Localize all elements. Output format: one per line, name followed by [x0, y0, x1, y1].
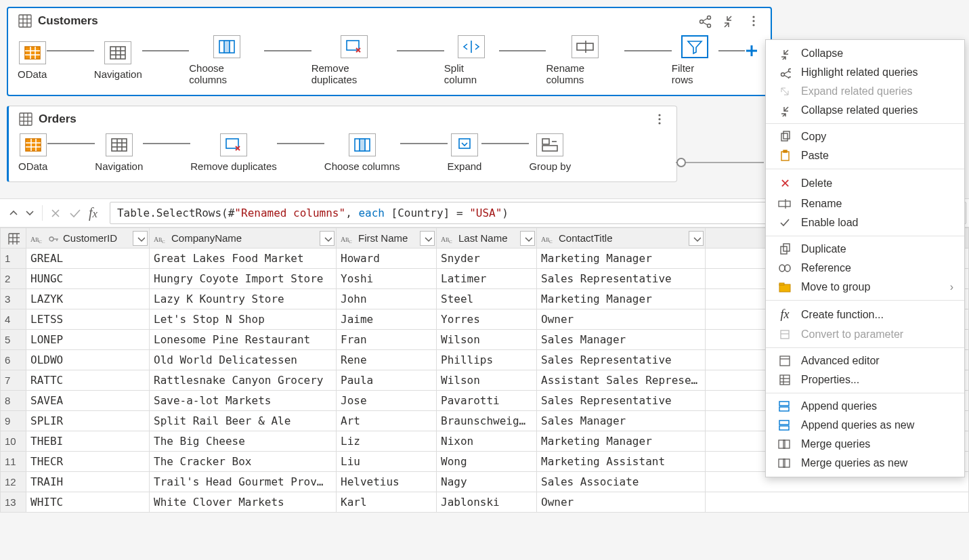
- menu-properties[interactable]: Properties...: [766, 370, 964, 389]
- menu-copy[interactable]: Copy: [766, 127, 964, 146]
- menu-rename[interactable]: Rename: [766, 194, 964, 213]
- svg-rect-60: [781, 133, 788, 141]
- query-title: Customers: [38, 14, 98, 28]
- svg-rect-41: [112, 139, 127, 151]
- menu-append-queries[interactable]: Append queries: [766, 397, 964, 416]
- svg-rect-64: [779, 201, 790, 207]
- svg-rect-80: [779, 402, 789, 406]
- svg-rect-61: [783, 131, 790, 139]
- svg-point-68: [779, 265, 785, 272]
- menu-delete[interactable]: ✕Delete: [766, 173, 964, 194]
- column-filter-button[interactable]: [320, 231, 335, 246]
- svg-rect-72: [781, 330, 789, 339]
- query-title: Orders: [39, 112, 77, 126]
- step-odata[interactable]: OData: [18, 133, 47, 172]
- row-index-header[interactable]: [1, 228, 26, 249]
- svg-rect-76: [780, 375, 790, 385]
- step-remove-duplicates[interactable]: Remove duplicates: [190, 133, 277, 172]
- column-filter-button[interactable]: [133, 231, 148, 246]
- menu-convert-parameter: Convert to parameter: [766, 325, 964, 344]
- svg-rect-87: [783, 459, 790, 467]
- column-filter-button[interactable]: [520, 231, 535, 246]
- query-card-customers[interactable]: Customers ODataNavigationChoose columnsR…: [7, 7, 772, 96]
- query-card-orders[interactable]: Orders ODataNavigationRemove duplicatesC…: [7, 106, 677, 182]
- column-filter-button[interactable]: [689, 231, 704, 246]
- step-odata[interactable]: OData: [18, 41, 47, 80]
- step-navigation[interactable]: Navigation: [95, 133, 143, 172]
- menu-highlight-related[interactable]: Highlight related queries: [766, 63, 964, 82]
- menu-move-to-group[interactable]: Move to group›: [766, 278, 964, 297]
- column-header-contacttitle[interactable]: ContactTitle: [537, 228, 706, 249]
- svg-rect-32: [577, 43, 593, 50]
- svg-point-56: [677, 158, 685, 167]
- menu-collapse-related[interactable]: Collapse related queries: [766, 101, 964, 120]
- cancel-formula-icon[interactable]: [49, 207, 62, 219]
- svg-rect-27: [224, 41, 230, 53]
- menu-enable-load[interactable]: Enable load: [766, 213, 964, 232]
- svg-rect-53: [542, 146, 557, 151]
- context-menu: Collapse Highlight related queries Expan…: [765, 39, 965, 477]
- column-header-companyname[interactable]: CompanyName: [150, 228, 337, 249]
- svg-point-57: [49, 237, 53, 241]
- svg-rect-51: [459, 139, 470, 148]
- svg-rect-52: [542, 139, 549, 144]
- svg-rect-71: [779, 283, 784, 285]
- column-header-last-name[interactable]: Last Name: [437, 228, 537, 249]
- menu-reference[interactable]: Reference: [766, 259, 964, 278]
- svg-rect-74: [780, 356, 790, 366]
- table-row[interactable]: 13WHITCWhite Clover MarketsKarlJablonski…: [1, 492, 969, 513]
- step-group-by[interactable]: Group by: [529, 133, 571, 172]
- column-header-customerid[interactable]: CustomerID: [26, 228, 150, 249]
- svg-rect-70: [779, 284, 790, 292]
- collapse-query-icon[interactable]: [722, 14, 737, 28]
- svg-rect-81: [779, 407, 789, 411]
- svg-rect-16: [25, 47, 40, 59]
- step-split-column[interactable]: Split column: [444, 35, 499, 85]
- menu-expand-related: Expand related queries: [766, 82, 964, 101]
- menu-append-queries-new[interactable]: Append queries as new: [766, 416, 964, 435]
- step-rename-columns[interactable]: Rename columns: [546, 35, 624, 85]
- step-choose-columns[interactable]: Choose columns: [189, 35, 264, 85]
- menu-create-function[interactable]: fxCreate function...: [766, 304, 964, 325]
- svg-rect-82: [779, 421, 789, 425]
- step-choose-columns[interactable]: Choose columns: [324, 133, 400, 172]
- menu-advanced-editor[interactable]: Advanced editor: [766, 351, 964, 370]
- menu-merge-queries[interactable]: Merge queries: [766, 435, 964, 454]
- step-back-button[interactable]: [7, 207, 19, 219]
- add-step-button[interactable]: [742, 41, 761, 60]
- more-options-icon[interactable]: [746, 14, 761, 28]
- svg-rect-85: [783, 440, 790, 448]
- menu-duplicate[interactable]: Duplicate: [766, 240, 964, 259]
- menu-merge-queries-new[interactable]: Merge queries as new: [766, 454, 964, 473]
- svg-point-69: [785, 265, 790, 272]
- table-icon: [18, 112, 33, 127]
- svg-rect-86: [779, 459, 785, 467]
- svg-rect-62: [781, 152, 789, 160]
- menu-paste[interactable]: Paste: [766, 146, 964, 165]
- svg-rect-63: [783, 150, 787, 152]
- step-navigation[interactable]: Navigation: [94, 41, 142, 80]
- fx-icon[interactable]: fx: [89, 205, 98, 221]
- table-icon: [18, 14, 33, 28]
- svg-rect-21: [110, 47, 125, 59]
- column-header-first-name[interactable]: First Name: [337, 228, 437, 249]
- connector-node: [676, 156, 771, 169]
- menu-collapse[interactable]: Collapse: [766, 44, 964, 63]
- step-forward-button[interactable]: [23, 207, 35, 219]
- commit-formula-icon[interactable]: [68, 207, 82, 219]
- step-expand[interactable]: Expand: [448, 133, 482, 172]
- svg-rect-83: [779, 426, 789, 430]
- svg-rect-48: [360, 139, 365, 151]
- step-filter-rows[interactable]: Filter rows: [672, 35, 718, 85]
- svg-rect-84: [779, 440, 785, 448]
- svg-rect-36: [26, 139, 41, 151]
- column-filter-button[interactable]: [420, 231, 435, 246]
- highlight-related-icon[interactable]: [697, 14, 712, 28]
- step-remove-duplicates[interactable]: Remove duplicates: [311, 35, 397, 85]
- more-options-icon[interactable]: [652, 112, 667, 127]
